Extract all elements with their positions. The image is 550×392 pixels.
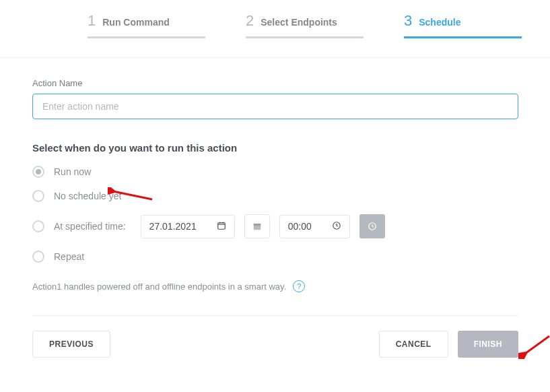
time-input[interactable]: 00:00 [279, 215, 350, 238]
step-run-command[interactable]: 1 Run Command [88, 12, 205, 38]
clock-outline-icon [332, 221, 341, 232]
radio-run-now-label: Run now [54, 166, 91, 177]
step-number: 2 [246, 12, 254, 30]
date-picker-button[interactable] [244, 214, 270, 238]
svg-line-6 [525, 336, 549, 354]
step-select-endpoints[interactable]: 2 Select Endpoints [246, 12, 364, 38]
time-value: 00:00 [288, 221, 312, 232]
radio-at-specified-time-label: At specified time: [54, 221, 126, 232]
help-icon[interactable]: ? [293, 280, 305, 292]
step-label: Select Endpoints [261, 17, 337, 28]
action-name-input[interactable] [32, 94, 518, 119]
radio-no-schedule-label: No schedule yet [54, 191, 121, 201]
date-input[interactable]: 27.01.2021 [141, 215, 235, 238]
radio-repeat[interactable] [32, 251, 44, 263]
wizard-stepper: 1 Run Command 2 Select Endpoints 3 Sched… [0, 0, 550, 38]
date-value: 27.01.2021 [149, 221, 197, 232]
svg-rect-2 [253, 224, 261, 226]
offline-hint-text: Action1 handles powered off and offline … [32, 282, 286, 292]
annotation-arrow-icon [518, 333, 550, 359]
action-name-label: Action Name [32, 78, 518, 88]
svg-rect-0 [217, 222, 225, 228]
cancel-button[interactable]: CANCEL [379, 331, 448, 358]
schedule-section-title: Select when do you want to run this acti… [32, 142, 518, 154]
radio-no-schedule[interactable] [32, 190, 44, 202]
previous-button[interactable]: PREVIOUS [32, 331, 110, 358]
step-schedule[interactable]: 3 Schedule [404, 12, 522, 38]
step-number: 1 [88, 12, 96, 30]
radio-at-specified-time[interactable] [32, 220, 44, 232]
step-label: Schedule [419, 17, 460, 28]
radio-run-now[interactable] [32, 166, 44, 178]
step-number: 3 [404, 12, 412, 30]
finish-button[interactable]: FINISH [458, 331, 518, 358]
time-picker-button[interactable] [359, 214, 385, 238]
calendar-outline-icon [217, 221, 226, 232]
step-label: Run Command [102, 17, 170, 28]
radio-repeat-label: Repeat [54, 251, 84, 262]
